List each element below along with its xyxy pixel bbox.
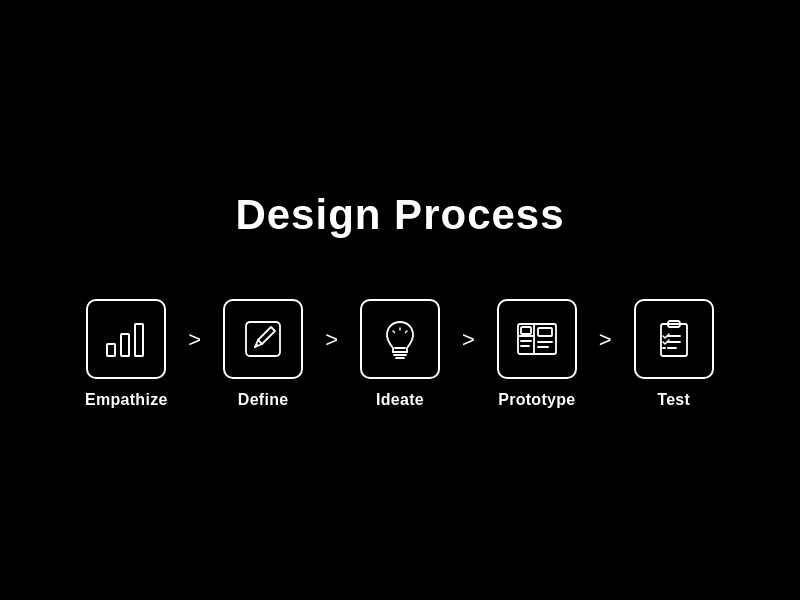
step-empathize: Empathize [66,299,186,409]
chevron-3: > [462,329,475,351]
page-title: Design Process [235,191,564,239]
empathize-icon-box [86,299,166,379]
svg-line-11 [406,331,408,333]
svg-rect-0 [107,344,115,356]
chevron-4: > [599,329,612,351]
ideate-icon [375,314,425,364]
test-icon-box [634,299,714,379]
svg-rect-1 [121,334,129,356]
step-test: Test [614,299,734,409]
empathize-icon [101,314,151,364]
step-ideate: Ideate [340,299,460,409]
define-label: Define [238,391,289,409]
svg-rect-3 [107,344,115,356]
svg-rect-4 [121,334,129,356]
chevron-2: > [325,329,338,351]
ideate-icon-box [360,299,440,379]
svg-rect-18 [521,327,531,334]
prototype-icon [512,314,562,364]
ideate-label: Ideate [376,391,424,409]
svg-rect-2 [135,324,143,356]
prototype-label: Prototype [498,391,575,409]
svg-line-10 [393,331,395,333]
svg-rect-6 [246,322,280,356]
step-define: Define [203,299,323,409]
svg-rect-15 [538,328,552,336]
empathize-label: Empathize [85,391,168,409]
svg-rect-21 [661,324,687,356]
prototype-icon-box [497,299,577,379]
steps-row: Empathize > Define > [66,299,733,409]
step-prototype: Prototype [477,299,597,409]
define-icon-box [223,299,303,379]
define-icon [238,314,288,364]
test-label: Test [657,391,690,409]
test-icon [649,314,699,364]
svg-rect-5 [135,324,143,356]
chevron-1: > [188,329,201,351]
